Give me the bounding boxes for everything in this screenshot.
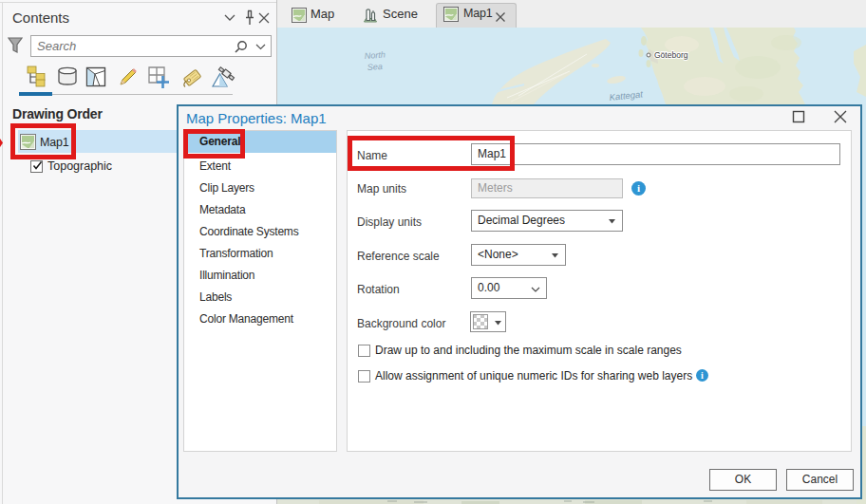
svg-text:Sea: Sea — [367, 62, 383, 72]
svg-text:North: North — [364, 49, 386, 61]
svg-text:Göteborg: Göteborg — [654, 50, 688, 60]
